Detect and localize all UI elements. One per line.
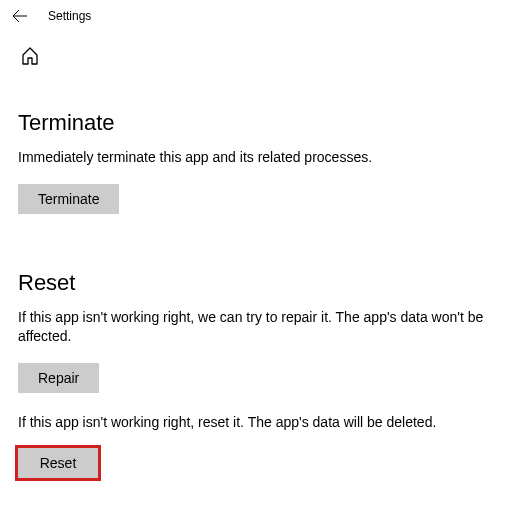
terminate-button[interactable]: Terminate: [18, 184, 119, 214]
content: Terminate Immediately terminate this app…: [0, 110, 523, 478]
terminate-title: Terminate: [18, 110, 505, 136]
home-icon[interactable]: [20, 46, 40, 66]
back-arrow-icon[interactable]: [12, 8, 28, 24]
header: Settings: [0, 0, 523, 32]
terminate-section: Terminate Immediately terminate this app…: [18, 110, 505, 214]
repair-button[interactable]: Repair: [18, 363, 99, 393]
repair-desc: If this app isn't working right, we can …: [18, 308, 505, 347]
reset-section: Reset If this app isn't working right, w…: [18, 270, 505, 479]
terminate-desc: Immediately terminate this app and its r…: [18, 148, 505, 168]
page-title: Settings: [48, 9, 91, 23]
reset-button[interactable]: Reset: [18, 448, 98, 478]
reset-title: Reset: [18, 270, 505, 296]
reset-desc: If this app isn't working right, reset i…: [18, 413, 505, 433]
